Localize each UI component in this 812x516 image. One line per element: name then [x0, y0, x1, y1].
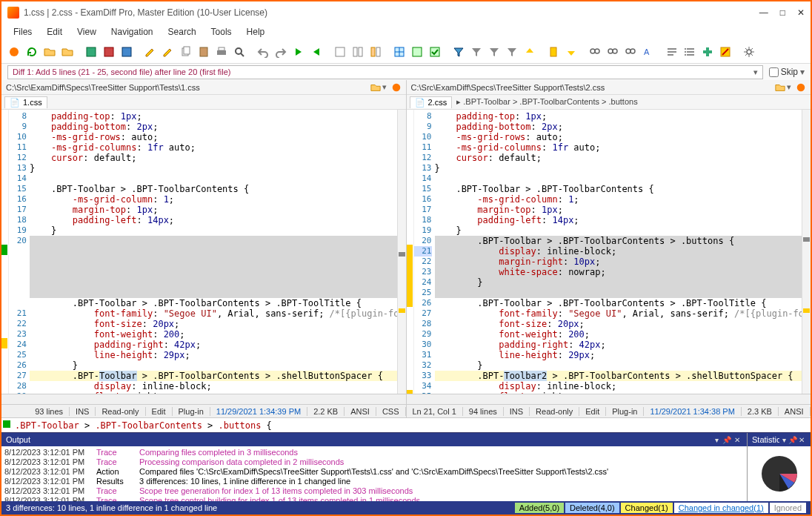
diff-message[interactable]: Diff 1: Add 5 lines (21 - 25, second fil…: [7, 65, 763, 79]
badge-changed[interactable]: Changed(1): [621, 503, 673, 513]
clipboard-icon[interactable]: [196, 44, 212, 60]
menu-edit[interactable]: Edit: [41, 25, 68, 39]
folder-icon[interactable]: [775, 82, 785, 93]
edit-left-icon[interactable]: [142, 44, 159, 60]
right-tab-bar: 📄 2.css ▸ .BPT-Toolbar > .BPT-ToolbarCon…: [407, 95, 811, 110]
left-tab[interactable]: 📄 1.css: [4, 96, 47, 108]
redo-icon[interactable]: [273, 44, 289, 60]
svg-rect-11: [353, 47, 357, 56]
copy-icon[interactable]: [178, 44, 194, 60]
badge-ignored[interactable]: Ignored: [770, 503, 806, 513]
menu-files[interactable]: Files: [7, 25, 38, 39]
highlight-icon[interactable]: [717, 44, 733, 60]
menu-view[interactable]: View: [71, 25, 102, 39]
panel-pin-icon[interactable]: 📌: [722, 436, 732, 444]
panel-menu-icon[interactable]: ▾: [711, 436, 722, 444]
view2-icon[interactable]: [409, 44, 425, 60]
dropdown-icon[interactable]: ▾: [785, 82, 793, 92]
settings-icon[interactable]: [741, 44, 757, 60]
menu-tools[interactable]: Tools: [205, 25, 238, 39]
down-icon[interactable]: [563, 44, 579, 60]
undo-icon[interactable]: [255, 44, 271, 60]
left-minimap[interactable]: [397, 110, 406, 394]
refresh-icon[interactable]: [24, 44, 40, 60]
left-edit[interactable]: Edit: [146, 407, 173, 416]
menu-search[interactable]: Search: [162, 25, 202, 39]
right-hscroll[interactable]: [407, 394, 811, 404]
menu-navigation[interactable]: Navigation: [105, 25, 159, 39]
close-button[interactable]: ✕: [797, 7, 805, 18]
right-tab[interactable]: 📄 2.css: [410, 96, 453, 108]
title-bar: 1.css | 2.css - ExamDiff Pro, Master Edi…: [1, 1, 811, 24]
right-editor[interactable]: 8910111213141516171819202122232425262728…: [407, 110, 811, 394]
open-right-icon[interactable]: [59, 44, 76, 60]
list-icon[interactable]: [682, 44, 698, 60]
badge-changed-in-changed[interactable]: Changed in changed(1): [674, 503, 768, 513]
panel-pin-icon[interactable]: 📌: [788, 436, 797, 444]
menu-bar: Files Edit View Navigation Search Tools …: [1, 24, 811, 40]
compare-icon[interactable]: [6, 44, 22, 60]
menu-help[interactable]: Help: [241, 25, 271, 39]
bookmark-icon[interactable]: [545, 44, 562, 60]
find2-icon[interactable]: [605, 44, 621, 60]
maximize-button[interactable]: □: [780, 7, 785, 18]
up-icon[interactable]: [522, 44, 538, 60]
left-lang: CSS: [376, 407, 406, 416]
open-left-icon[interactable]: [41, 44, 58, 60]
minimize-button[interactable]: —: [759, 7, 768, 18]
badge-deleted[interactable]: Deleted(4,0): [565, 503, 619, 513]
app-icon: [7, 7, 19, 19]
svg-rect-20: [550, 47, 556, 56]
panel-close-icon[interactable]: ✕: [732, 436, 742, 444]
plugin-icon[interactable]: [699, 44, 716, 60]
view1-icon[interactable]: [391, 44, 407, 60]
right-edit[interactable]: Edit: [579, 407, 606, 416]
svg-point-0: [10, 47, 19, 56]
svg-point-29: [685, 51, 686, 53]
right-minimap[interactable]: [802, 110, 811, 394]
prev-diff-icon[interactable]: [308, 44, 325, 60]
right-lines: 94 lines: [463, 407, 504, 416]
save-left-icon[interactable]: [101, 44, 117, 60]
svg-point-25: [626, 49, 630, 53]
save-right-icon[interactable]: [119, 44, 135, 60]
view3-icon[interactable]: [427, 44, 443, 60]
font-icon[interactable]: A: [640, 44, 656, 60]
find3-icon[interactable]: [622, 44, 639, 60]
panel-close-icon[interactable]: ✕: [797, 436, 806, 444]
layout3-icon[interactable]: [367, 44, 384, 60]
edit-right-icon[interactable]: [160, 44, 176, 60]
left-code[interactable]: padding-top: 1px; padding-bottom: 2px; -…: [30, 110, 397, 394]
right-line-numbers: 8910111213141516171819202122232425262728…: [414, 110, 435, 394]
next-diff-icon[interactable]: [290, 44, 307, 60]
panel-menu-icon[interactable]: ▾: [779, 436, 788, 444]
print-icon[interactable]: [213, 44, 230, 60]
left-status: 93 lines INS Read-only Edit Plug-in 11/2…: [1, 404, 406, 417]
right-code[interactable]: padding-top: 1px; padding-bottom: 2px; -…: [435, 110, 802, 394]
wrap-icon[interactable]: [664, 44, 680, 60]
mid-diff-strip: .BPT-Toolbar > .BPT-ToolbarContents > .b…: [1, 417, 811, 432]
filter2-icon[interactable]: [468, 44, 485, 60]
filter1-icon[interactable]: [450, 44, 467, 60]
svg-rect-6: [200, 47, 207, 56]
layout2-icon[interactable]: [350, 44, 366, 60]
compare-mini-icon[interactable]: [391, 82, 402, 93]
left-editor[interactable]: 8910111213141516171819202122232425262728…: [1, 110, 406, 394]
diff-panes: C:\Src\ExamDiff\Specs\TreeSitter Support…: [1, 80, 811, 417]
filter4-icon[interactable]: [504, 44, 520, 60]
layout1-icon[interactable]: [332, 44, 348, 60]
output-log[interactable]: 8/12/2023 3:12:01 PMTraceComparing files…: [1, 446, 747, 501]
left-hscroll[interactable]: [1, 394, 406, 404]
dropdown-icon[interactable]: ▾: [381, 82, 388, 92]
save-icon[interactable]: [83, 44, 99, 60]
badge-added[interactable]: Added(5,0): [515, 503, 564, 513]
skip-checkbox[interactable]: Skip ▾: [769, 67, 805, 77]
folder-icon[interactable]: [370, 82, 381, 93]
compare-mini-icon[interactable]: [796, 82, 806, 93]
window-title: 1.css | 2.css - ExamDiff Pro, Master Edi…: [24, 7, 759, 18]
right-breadcrumb[interactable]: ▸ .BPT-Toolbar > .BPT-ToolbarContents > …: [452, 97, 637, 107]
preview-icon[interactable]: [231, 44, 247, 60]
svg-text:A: A: [644, 47, 650, 56]
filter3-icon[interactable]: [486, 44, 502, 60]
find-icon[interactable]: [587, 44, 603, 60]
